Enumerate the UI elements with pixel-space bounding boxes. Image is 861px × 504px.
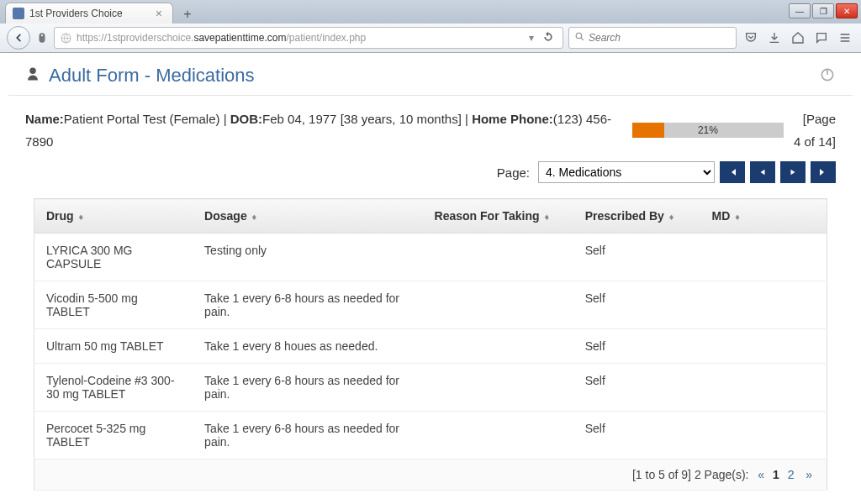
browser-tab[interactable]: 1st Providers Choice × bbox=[5, 3, 173, 24]
cell-drug: Tylenol-Codeine #3 300-30 mg TABLET bbox=[34, 364, 193, 412]
cell-dosage: Take 1 every 6-8 hours as needed for pai… bbox=[193, 281, 422, 329]
tab-title: 1st Providers Choice bbox=[29, 8, 123, 19]
menu-icon[interactable] bbox=[836, 29, 854, 47]
progress-bar: 21% bbox=[632, 123, 784, 138]
cell-reason bbox=[423, 412, 573, 459]
page-nav: Page: 4. Medications bbox=[8, 158, 853, 198]
phone-label: Home Phone: bbox=[472, 112, 553, 126]
pager-page-2[interactable]: 2 bbox=[785, 468, 797, 481]
page-select[interactable]: 4. Medications bbox=[538, 161, 715, 183]
cell-reason bbox=[423, 364, 573, 412]
cell-md bbox=[700, 281, 827, 329]
pocket-icon[interactable] bbox=[742, 29, 760, 47]
patient-info: Name:Patient Portal Test (Female) | DOB:… bbox=[25, 108, 615, 153]
url-bar[interactable]: https://1stproviderschoice.savepatientti… bbox=[54, 27, 563, 49]
cell-prescribed: Self bbox=[573, 234, 700, 281]
home-icon[interactable] bbox=[789, 29, 807, 47]
tab-bar: 1st Providers Choice × + — ❐ ✕ bbox=[0, 0, 861, 24]
table-row: LYRICA 300 MG CAPSULE Testing only Self bbox=[34, 234, 827, 281]
sort-icon: ♦ bbox=[544, 212, 549, 222]
th-md[interactable]: MD ♦ bbox=[700, 199, 827, 234]
cell-dosage: Take 1 every 6-8 hours as needed for pai… bbox=[193, 364, 422, 412]
sort-icon: ♦ bbox=[735, 212, 740, 222]
cell-drug: LYRICA 300 MG CAPSULE bbox=[34, 234, 193, 281]
pager-range: [1 to 5 of 9] 2 Page(s): bbox=[632, 468, 749, 481]
reload-icon[interactable] bbox=[539, 31, 557, 45]
favicon-icon bbox=[13, 8, 24, 19]
tab-close-icon[interactable]: × bbox=[152, 7, 166, 20]
cell-prescribed: Self bbox=[573, 329, 700, 364]
nav-next-button[interactable] bbox=[780, 161, 806, 183]
cell-drug: Percocet 5-325 mg TABLET bbox=[34, 412, 193, 459]
window-minimize-button[interactable]: — bbox=[789, 3, 811, 18]
site-identity-icon[interactable] bbox=[35, 29, 49, 47]
url-dropdown-icon[interactable]: ▾ bbox=[524, 32, 539, 44]
table-row: Vicodin 5-500 mg TABLET Take 1 every 6-8… bbox=[34, 281, 827, 329]
search-input[interactable] bbox=[589, 32, 731, 44]
pager-first[interactable]: « bbox=[755, 468, 767, 481]
chat-icon[interactable] bbox=[812, 29, 831, 47]
cell-md bbox=[700, 412, 827, 459]
nav-prev-button[interactable] bbox=[750, 161, 775, 183]
th-drug[interactable]: Drug ♦ bbox=[34, 199, 193, 234]
svg-point-1 bbox=[576, 33, 582, 39]
table-wrap: Drug ♦ Dosage ♦ Reason For Taking ♦ Pres… bbox=[8, 198, 853, 491]
cell-drug: Ultram 50 mg TABLET bbox=[34, 329, 193, 364]
cell-prescribed: Self bbox=[573, 281, 700, 329]
cell-drug: Vicodin 5-500 mg TABLET bbox=[34, 281, 193, 329]
progress-percent: 21% bbox=[632, 123, 784, 138]
window-maximize-button[interactable]: ❐ bbox=[812, 3, 834, 18]
table-header-row: Drug ♦ Dosage ♦ Reason For Taking ♦ Pres… bbox=[34, 199, 827, 234]
th-prescribed[interactable]: Prescribed By ♦ bbox=[573, 199, 700, 234]
pager-page-1: 1 bbox=[770, 468, 782, 481]
cell-md bbox=[700, 329, 827, 364]
dob-value: Feb 04, 1977 [38 years, 10 months] bbox=[262, 112, 462, 126]
th-reason[interactable]: Reason For Taking ♦ bbox=[423, 199, 573, 234]
page-title: Adult Form - Medications bbox=[25, 65, 255, 87]
dob-label: DOB: bbox=[230, 112, 262, 126]
table-row: Tylenol-Codeine #3 300-30 mg TABLET Take… bbox=[34, 364, 827, 412]
user-icon bbox=[25, 65, 40, 87]
cell-md bbox=[700, 234, 827, 281]
globe-icon bbox=[60, 32, 71, 44]
sort-icon: ♦ bbox=[79, 212, 84, 222]
medications-table: Drug ♦ Dosage ♦ Reason For Taking ♦ Pres… bbox=[34, 198, 827, 491]
table-footer-row: [1 to 5 of 9] 2 Page(s): « 1 2 » bbox=[34, 459, 827, 491]
patient-info-bar: Name:Patient Portal Test (Female) | DOB:… bbox=[8, 96, 853, 158]
th-dosage[interactable]: Dosage ♦ bbox=[193, 199, 422, 234]
nav-last-button[interactable] bbox=[811, 161, 836, 183]
page-content: Adult Form - Medications Name:Patient Po… bbox=[0, 53, 861, 491]
table-row: Ultram 50 mg TABLET Take 1 every 8 houes… bbox=[34, 329, 827, 364]
url-text: https://1stproviderschoice.savepatientti… bbox=[77, 32, 524, 44]
page-nav-label: Page: bbox=[497, 165, 530, 180]
window-close-button[interactable]: ✕ bbox=[836, 3, 858, 18]
page-title-text: Adult Form - Medications bbox=[49, 65, 255, 87]
new-tab-button[interactable]: + bbox=[177, 5, 198, 24]
cell-dosage: Take 1 every 6-8 hours as needed for pai… bbox=[193, 412, 422, 459]
nav-first-button[interactable] bbox=[720, 161, 745, 183]
cell-prescribed: Self bbox=[573, 364, 700, 412]
table-row: Percocet 5-325 mg TABLET Take 1 every 6-… bbox=[34, 412, 827, 459]
cell-reason bbox=[423, 234, 573, 281]
window-controls: — ❐ ✕ bbox=[789, 3, 858, 18]
search-bar[interactable] bbox=[568, 27, 737, 49]
search-icon bbox=[574, 31, 585, 45]
browser-chrome: 1st Providers Choice × + — ❐ ✕ https://1… bbox=[0, 0, 861, 53]
progress-block: 21% [Page 4 of 14] bbox=[632, 108, 836, 153]
pager: [1 to 5 of 9] 2 Page(s): « 1 2 » bbox=[34, 459, 827, 491]
page-indicator: [Page 4 of 14] bbox=[794, 108, 836, 153]
cell-reason bbox=[423, 281, 573, 329]
cell-dosage: Testing only bbox=[193, 234, 422, 281]
cell-md bbox=[700, 364, 827, 412]
download-icon[interactable] bbox=[765, 29, 784, 47]
name-label: Name: bbox=[25, 112, 64, 126]
nav-bar: https://1stproviderschoice.savepatientti… bbox=[0, 24, 861, 52]
back-button[interactable] bbox=[7, 26, 30, 50]
cell-prescribed: Self bbox=[573, 412, 700, 459]
pager-last[interactable]: » bbox=[803, 468, 815, 481]
cell-dosage: Take 1 every 8 houes as needed. bbox=[193, 329, 422, 364]
logout-icon[interactable] bbox=[819, 66, 836, 86]
sort-icon: ♦ bbox=[252, 212, 257, 222]
name-value: Patient Portal Test (Female) bbox=[64, 112, 220, 126]
sort-icon: ♦ bbox=[669, 212, 674, 222]
